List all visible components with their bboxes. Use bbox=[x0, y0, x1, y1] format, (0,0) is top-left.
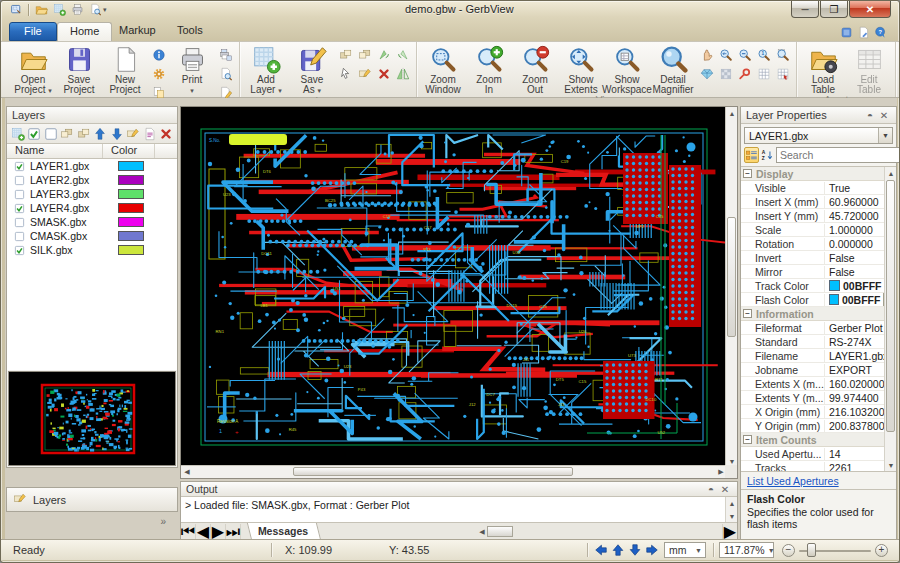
layer-forward-button[interactable] bbox=[76, 126, 92, 142]
property-row-visible[interactable]: VisibleTrue bbox=[741, 181, 896, 195]
layer-color-swatch[interactable] bbox=[118, 231, 144, 241]
scroll-right-button[interactable]: ▶ bbox=[722, 524, 737, 539]
preview-icon[interactable] bbox=[87, 2, 103, 17]
layers-tab-button[interactable]: Layers bbox=[6, 487, 178, 512]
snap-grid-button[interactable] bbox=[773, 64, 792, 83]
edit-aperture-table-button[interactable]: EditTable bbox=[846, 43, 892, 95]
zoom-in-slider-button[interactable]: + bbox=[875, 544, 888, 557]
property-row-extents-x-m-[interactable]: Extents X (m...160.020000 bbox=[741, 377, 896, 391]
load-aperture-table-button[interactable]: LoadTable bbox=[800, 43, 846, 95]
app-menu-icon[interactable] bbox=[8, 2, 24, 17]
tab-tools[interactable]: Tools bbox=[165, 22, 215, 41]
print-preview-button[interactable] bbox=[216, 64, 235, 83]
search-input[interactable] bbox=[777, 149, 900, 161]
property-row-mirror[interactable]: MirrorFalse bbox=[741, 265, 896, 279]
layer-color-swatch[interactable] bbox=[118, 161, 144, 171]
list-used-apertures-link[interactable]: List Used Apertures bbox=[747, 475, 839, 487]
column-name[interactable]: Name bbox=[7, 144, 103, 158]
checkbox-unchecked[interactable] bbox=[14, 217, 25, 228]
rotate-layer-right-button[interactable] bbox=[393, 45, 412, 64]
property-row-scale[interactable]: Scale1.000000 bbox=[741, 223, 896, 237]
zoom-combobox[interactable]: 117.87%▼ bbox=[719, 542, 774, 558]
pcb-canvas[interactable]: C15C19J11U23DT5DT6R71P13DC10DC11U51U52LB… bbox=[180, 106, 738, 479]
pan-button[interactable] bbox=[697, 45, 716, 64]
move-layer-up-button[interactable] bbox=[93, 126, 109, 142]
categorized-view-button[interactable] bbox=[744, 147, 759, 163]
property-row-track-color[interactable]: Track Color00BFFF bbox=[741, 279, 896, 293]
open-project-button[interactable]: OpenProject ▾ bbox=[10, 43, 56, 96]
property-row-insert-y-mm-[interactable]: Insert Y (mm)45.720000 bbox=[741, 209, 896, 223]
add-layer-icon[interactable] bbox=[51, 2, 67, 17]
checkbox-checked[interactable] bbox=[14, 161, 25, 172]
chevron-down-icon[interactable]: ▼ bbox=[878, 128, 892, 143]
new-project-button[interactable]: NewProject bbox=[102, 43, 148, 95]
zoom-one-to-one-button[interactable]: 1 bbox=[754, 45, 773, 64]
layer-row[interactable]: LAYER1.gbx bbox=[7, 159, 177, 173]
detail-magnifier-button[interactable]: DetailMagnifier bbox=[650, 43, 696, 95]
messages-tab[interactable]: Messages bbox=[247, 523, 321, 540]
close-icon[interactable]: ✕ bbox=[877, 109, 891, 122]
qat-customize-icon[interactable]: ▾ bbox=[103, 6, 107, 14]
pin-icon[interactable]: ◓ bbox=[863, 109, 877, 122]
zoom-window-button[interactable]: ZoomWindow bbox=[420, 43, 466, 95]
property-row-x-origin-mm-[interactable]: X Origin (mm)216.103200 bbox=[741, 405, 896, 419]
move-layer-down-button[interactable] bbox=[109, 126, 125, 142]
add-layer-button[interactable] bbox=[10, 126, 26, 142]
check-all-layers-button[interactable] bbox=[27, 126, 43, 142]
canvas-horizontal-scrollbar[interactable]: ◀ ▶ bbox=[181, 465, 727, 478]
units-combobox[interactable]: mm▼ bbox=[664, 542, 706, 558]
layer-color-swatch[interactable] bbox=[118, 217, 144, 227]
pan-down-button[interactable] bbox=[627, 542, 642, 558]
sort-az-button[interactable]: AZ bbox=[761, 147, 774, 163]
layer-row[interactable]: SMASK.gbx bbox=[7, 215, 177, 229]
print-icon[interactable] bbox=[69, 2, 85, 17]
layer-row[interactable]: CMASK.gbx bbox=[7, 229, 177, 243]
layer-backward-button[interactable] bbox=[60, 126, 76, 142]
mirror-layer-button[interactable] bbox=[393, 64, 412, 83]
save-layer-as-button[interactable]: SaveAs ▾ bbox=[289, 43, 335, 96]
zoom-slider-thumb[interactable] bbox=[807, 543, 816, 557]
fade-layers-button[interactable] bbox=[716, 64, 735, 83]
property-row-invert[interactable]: InvertFalse bbox=[741, 251, 896, 265]
uncheck-all-layers-button[interactable] bbox=[43, 126, 59, 142]
collapse-icon[interactable]: − bbox=[743, 169, 752, 178]
layer-color-swatch[interactable] bbox=[118, 175, 144, 185]
zoom-out-slider-button[interactable]: − bbox=[782, 544, 795, 557]
edit-layer-button[interactable] bbox=[355, 64, 374, 83]
property-row-standard[interactable]: StandardRS-274X bbox=[741, 335, 896, 349]
column-color[interactable]: Color bbox=[103, 144, 155, 158]
help-icon[interactable]: ? bbox=[874, 26, 887, 39]
checkbox-unchecked[interactable] bbox=[14, 231, 25, 242]
move-layer-up-button[interactable] bbox=[336, 45, 355, 64]
show-extents-button[interactable]: ShowExtents bbox=[558, 43, 604, 95]
pan-left-button[interactable] bbox=[593, 542, 608, 558]
property-row-filename[interactable]: FilenameLAYER1.gbx bbox=[741, 349, 896, 363]
output-scrollbar[interactable]: ▲ ▼ bbox=[725, 497, 737, 522]
show-workspace-button[interactable]: ShowWorkspace bbox=[604, 43, 650, 95]
checkbox-unchecked[interactable] bbox=[14, 189, 25, 200]
property-row-used-apertu-[interactable]: Used Apertu...14 bbox=[741, 447, 896, 461]
project-settings-button[interactable] bbox=[149, 64, 168, 83]
pan-right-button[interactable] bbox=[644, 542, 659, 558]
canvas-vertical-scrollbar[interactable]: ▲ ▼ bbox=[725, 107, 737, 467]
overview-thumbnail[interactable] bbox=[8, 371, 176, 466]
property-row-flash-color[interactable]: Flash Color00BFFF▼ bbox=[741, 293, 896, 307]
show-grid-button[interactable] bbox=[754, 64, 773, 83]
prev-tab-button[interactable]: ◀ bbox=[196, 524, 211, 539]
open-icon[interactable] bbox=[33, 2, 49, 17]
move-layer-down-button[interactable] bbox=[355, 45, 374, 64]
next-tab-button[interactable]: ▶ bbox=[211, 524, 226, 539]
add-layer-button[interactable]: AddLayer ▾ bbox=[243, 43, 289, 96]
layer-row[interactable]: SILK.gbx bbox=[7, 243, 177, 257]
options-icon[interactable] bbox=[857, 26, 870, 39]
close-button[interactable]: ✕ bbox=[849, 1, 891, 18]
last-tab-button[interactable]: ⏭ bbox=[226, 524, 241, 539]
zoom-sheet-button[interactable] bbox=[773, 45, 792, 64]
category-item-counts[interactable]: −Item Counts bbox=[741, 433, 896, 447]
properties-scrollbar[interactable]: ▲▼ bbox=[884, 167, 896, 471]
property-row-fileformat[interactable]: FileformatGerber Plot bbox=[741, 321, 896, 335]
close-icon[interactable]: ✕ bbox=[718, 483, 732, 496]
layer-row[interactable]: LAYER3.gbx bbox=[7, 187, 177, 201]
rotate-layer-left-button[interactable] bbox=[374, 45, 393, 64]
property-row-jobname[interactable]: JobnameEXPORT bbox=[741, 363, 896, 377]
